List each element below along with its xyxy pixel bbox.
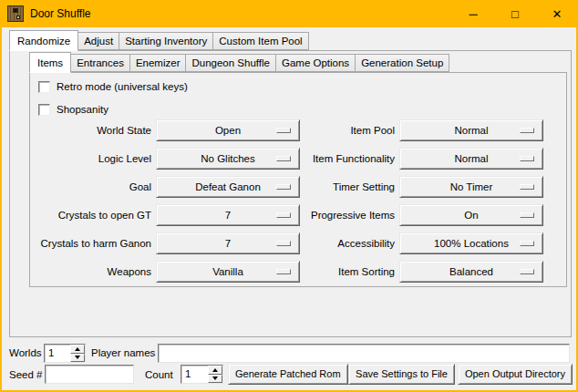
- item-sorting-dropdown[interactable]: Balanced: [399, 261, 543, 283]
- worlds-label: Worlds: [9, 344, 42, 363]
- close-button[interactable]: ✕: [536, 0, 578, 27]
- item-functionality-label: Item Functionality: [278, 153, 395, 164]
- maximize-button[interactable]: □: [494, 0, 536, 27]
- dropdown-indicator-icon: [520, 128, 534, 133]
- title-bar: Door Shuffle ─ □ ✕: [0, 0, 578, 27]
- item-functionality-dropdown[interactable]: Normal: [399, 148, 543, 170]
- dropdown-indicator-icon: [520, 184, 534, 190]
- timer-setting-label: Timer Setting: [278, 181, 395, 192]
- goal-label: Goal: [30, 181, 151, 192]
- arrow-up-icon: [212, 368, 218, 372]
- minimize-button[interactable]: ─: [452, 0, 494, 27]
- goal-row: Goal Defeat Ganon: [30, 176, 300, 198]
- tab-entrances[interactable]: Entrances: [70, 54, 130, 72]
- player-names-input[interactable]: [158, 344, 570, 363]
- app-icon[interactable]: [7, 5, 24, 22]
- tab-game-options[interactable]: Game Options: [275, 54, 356, 72]
- tab-custom-item-pool[interactable]: Custom Item Pool: [212, 32, 308, 50]
- arrow-down-icon: [75, 356, 80, 359]
- checkbox-label: Retro mode (universal keys): [57, 81, 188, 92]
- retro-mode-checkbox[interactable]: Retro mode (universal keys): [38, 80, 188, 93]
- weapons-label: Weapons: [30, 266, 151, 277]
- save-settings-button[interactable]: Save Settings to File: [348, 364, 455, 385]
- world-state-row: World State Open: [30, 119, 300, 141]
- close-icon: ✕: [552, 8, 563, 20]
- seed-label: Seed #: [9, 366, 42, 385]
- timer-setting-dropdown[interactable]: No Timer: [399, 176, 543, 198]
- bottom-right-buttons: Save Settings to File Open Output Direct…: [348, 364, 573, 385]
- arrow-up-icon: [75, 347, 80, 351]
- tab-generation-setup[interactable]: Generation Setup: [355, 54, 449, 72]
- arrow-down-icon: [212, 377, 218, 380]
- window-title: Door Shuffle: [30, 7, 91, 20]
- item-pool-row: Item Pool Normal: [278, 119, 543, 141]
- accessibility-dropdown[interactable]: 100% Locations: [399, 232, 543, 254]
- tab-enemizer[interactable]: Enemizer: [129, 54, 187, 72]
- player-names-label: Player names: [91, 344, 155, 363]
- item-pool-dropdown[interactable]: Normal: [399, 119, 543, 141]
- checkbox-icon[interactable]: [38, 104, 50, 116]
- accessibility-row: Accessibility 100% Locations: [278, 232, 543, 254]
- logic-level-row: Logic Level No Glitches: [30, 148, 300, 170]
- crystals-ganon-row: Crystals to harm Ganon 7: [30, 232, 300, 254]
- crystals-gt-row: Crystals to open GT 7: [30, 204, 300, 226]
- spin-down-button[interactable]: [70, 354, 85, 363]
- spin-down-button[interactable]: [208, 375, 222, 384]
- dropdown-indicator-icon: [520, 269, 534, 274]
- tab-items[interactable]: Items: [29, 52, 71, 73]
- weapons-row: Weapons Vanilla: [30, 261, 300, 283]
- caption-buttons: ─ □ ✕: [452, 0, 578, 27]
- dropdown-indicator-icon: [520, 212, 534, 218]
- progressive-items-label: Progressive Items: [278, 210, 395, 221]
- sub-tab-bar: Items Entrances Enemizer Dungeon Shuffle…: [29, 51, 449, 72]
- count-value[interactable]: 1: [181, 366, 208, 383]
- item-functionality-row: Item Functionality Normal: [278, 148, 543, 170]
- maximize-icon: □: [511, 8, 519, 20]
- app-window: Door Shuffle ─ □ ✕ Randomize Adjust Star…: [0, 0, 578, 392]
- logic-level-label: Logic Level: [30, 153, 151, 164]
- dropdown-indicator-icon: [520, 241, 534, 246]
- items-panel: Retro mode (universal keys) Shopsanity W…: [29, 72, 567, 287]
- item-pool-label: Item Pool: [278, 125, 395, 136]
- minimize-icon: ─: [469, 8, 477, 20]
- accessibility-label: Accessibility: [278, 238, 395, 249]
- item-sorting-row: Item Sorting Balanced: [278, 261, 543, 283]
- checkbox-label: Shopsanity: [57, 104, 108, 115]
- world-state-label: World State: [30, 125, 151, 136]
- spin-buttons: [70, 345, 85, 362]
- progressive-items-dropdown[interactable]: On: [399, 204, 543, 226]
- timer-setting-row: Timer Setting No Timer: [278, 176, 543, 198]
- tab-starting-inventory[interactable]: Starting Inventory: [119, 32, 213, 50]
- crystals-ganon-label: Crystals to harm Ganon: [30, 238, 151, 249]
- count-label: Count: [145, 366, 173, 385]
- crystals-gt-label: Crystals to open GT: [30, 210, 151, 221]
- spin-up-button[interactable]: [70, 345, 85, 354]
- count-spinbox[interactable]: 1: [181, 365, 223, 384]
- spin-buttons: [208, 366, 222, 383]
- checkbox-icon[interactable]: [38, 81, 50, 93]
- progressive-items-row: Progressive Items On: [278, 204, 543, 226]
- spin-up-button[interactable]: [208, 366, 222, 375]
- main-tab-bar: Randomize Adjust Starting Inventory Cust…: [9, 29, 308, 50]
- open-output-directory-button[interactable]: Open Output Directory: [458, 364, 573, 385]
- tab-randomize[interactable]: Randomize: [9, 30, 78, 51]
- seed-input[interactable]: [45, 365, 134, 384]
- generate-patched-rom-button[interactable]: Generate Patched Rom: [228, 364, 348, 385]
- tab-adjust[interactable]: Adjust: [77, 32, 119, 50]
- shopsanity-checkbox[interactable]: Shopsanity: [38, 103, 108, 116]
- dropdown-indicator-icon: [520, 156, 534, 161]
- worlds-value[interactable]: 1: [45, 345, 70, 362]
- worlds-spinbox[interactable]: 1: [44, 344, 86, 363]
- item-sorting-label: Item Sorting: [278, 266, 395, 277]
- tab-dungeon-shuffle[interactable]: Dungeon Shuffle: [185, 54, 275, 72]
